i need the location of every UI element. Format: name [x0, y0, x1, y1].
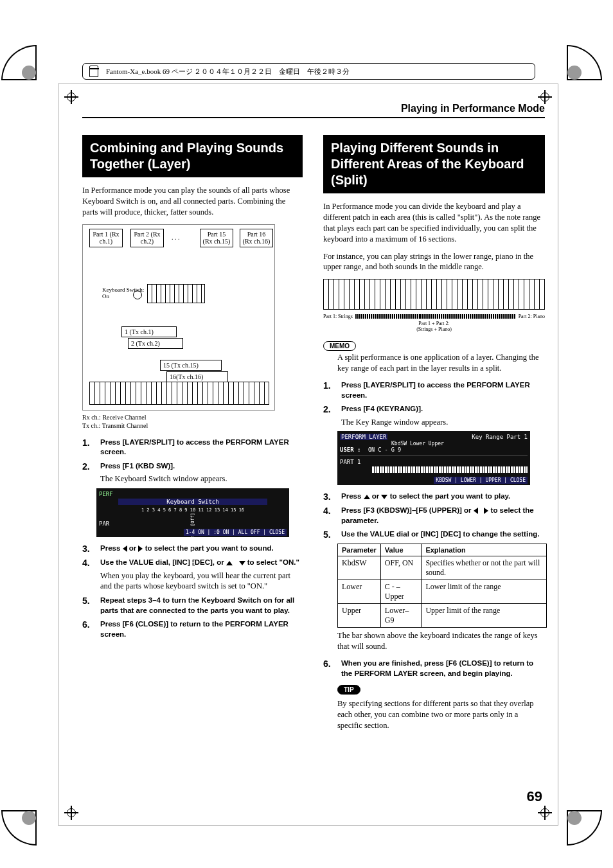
tip-badge: TIP — [337, 685, 360, 695]
step-text: Press [F4 (KEYRANG)]. — [341, 404, 448, 414]
step-text-pre: Press — [341, 492, 364, 500]
step-text: Press [F1 (KBD SW)]. — [100, 461, 227, 472]
part-box: Part 2 (Rx ch.2) — [130, 229, 164, 247]
channel-labels: Rx ch.: Receive Channel Tx ch.: Transmit… — [82, 413, 303, 430]
step-text: Press [LAYER/SPLIT] to access the PERFOR… — [100, 438, 303, 457]
scr-sub: Key Range Part 1 — [472, 434, 528, 440]
step-number: 3. — [82, 544, 94, 554]
part-box: Part 16 (Rx ch.16) — [240, 229, 273, 247]
book-header-text: Fantom-Xa_e.book 69 ページ ２００４年１０月２２日 金曜日 … — [106, 67, 350, 76]
tx-box: 1 (Tx ch.1) — [121, 326, 177, 338]
table-row: KbdSW OFF, ON Specifies whether or not t… — [338, 556, 547, 580]
table-cell: C - –Upper — [380, 580, 422, 604]
step-number: 3. — [323, 492, 335, 502]
step-number: 2. — [323, 404, 335, 414]
table-cell: Lower–G9 — [380, 604, 422, 628]
table-header: Explanation — [422, 544, 547, 556]
diagram-dots: . . . — [172, 234, 180, 241]
section-title-layer: Combining and Playing Sounds Together (L… — [82, 135, 303, 177]
split-part1-label: Part 1: Strings — [323, 314, 353, 319]
step-text-pre: Press [F3 (KBDSW)]–[F5 (UPPER)] or — [341, 506, 474, 514]
screenshot-title: Keyboard Switch — [118, 499, 267, 505]
keyboard-switch-screenshot: PERF Keyboard Switch PAR 1 2 3 4 5 6 7 8… — [96, 488, 289, 537]
screenshot-part: PAR — [99, 520, 109, 527]
arrow-right-icon — [484, 508, 488, 514]
parameter-table: Parameter Value Explanation KbdSW OFF, O… — [337, 544, 547, 628]
table-row: Parameter Value Explanation — [338, 544, 547, 556]
step-number: 1. — [323, 380, 335, 391]
part-box: Part 1 (Rx ch.1) — [89, 229, 123, 247]
table-cell: OFF, ON — [380, 556, 422, 580]
page-header: Playing in Performance Mode — [82, 103, 545, 118]
table-cell: Lower limit of the range — [422, 580, 547, 604]
step-number: 2. — [82, 461, 94, 472]
arrow-down-icon — [381, 495, 387, 499]
tx-box: 2 (Tx ch.2) — [128, 338, 183, 350]
arrow-left-icon — [474, 508, 478, 514]
step: 6. When you are finished, press [F6 (CLO… — [323, 659, 545, 678]
book-header-bar: Fantom-Xa_e.book 69 ページ ２００４年１０月２２日 金曜日 … — [82, 63, 535, 80]
table-header: Parameter — [338, 544, 381, 556]
memo-body: A split performance is one application o… — [337, 352, 545, 374]
tx-channel-label: Tx ch.: Transmit Channel — [82, 421, 303, 430]
page-title: Playing in Performance Mode — [401, 103, 545, 114]
after-table-text: The bar shown above the keyboard indicat… — [337, 630, 545, 652]
split-intro-2: For instance, you can play strings in th… — [323, 251, 545, 273]
scr-user: USER : — [340, 447, 361, 453]
step: 1. Press [LAYER/SPLIT] to access the PER… — [82, 438, 303, 457]
layer-diagram: Part 1 (Rx ch.1) Part 2 (Rx ch.2) . . . … — [82, 224, 275, 411]
step-text: Press [LAYER/SPLIT] to access the PERFOR… — [341, 380, 545, 400]
step: 2. Press [F1 (KBD SW)]. The Keyboard Swi… — [82, 461, 303, 484]
page-number: 69 — [527, 788, 542, 805]
step-body: The Keyboard Switch window appears. — [100, 474, 227, 484]
tx-box: 15 (Tx ch.15) — [160, 360, 222, 371]
full-keyboard-icon — [323, 279, 545, 310]
step-text: Press or to select the part you want to … — [341, 492, 510, 502]
arrow-up-icon — [364, 495, 370, 499]
step-body: The Key Range window appears. — [341, 417, 448, 428]
scr-part: PART 1 — [340, 459, 361, 465]
section-title-split: Playing Different Sounds in Different Ar… — [323, 135, 545, 193]
step-number: 1. — [82, 438, 94, 448]
step-text: When you are finished, press [F6 (CLOSE)… — [341, 659, 545, 678]
scr-title: PERFORM LAYER — [340, 434, 387, 440]
step-text-post: to select the part you want to play. — [390, 492, 511, 500]
tip-body: By specifying sections for different par… — [337, 698, 545, 731]
rx-channel-label: Rx ch.: Receive Channel — [82, 413, 303, 421]
step-number: 4. — [323, 506, 335, 516]
step-text: Press [F3 (KBDSW)]–[F5 (UPPER)] or to se… — [341, 506, 545, 526]
step: 3. Press or to select the part you want … — [323, 492, 545, 502]
scr-row: KbdSW Lower Upper — [391, 441, 444, 447]
step-text: Use the VALUE dial or [INC] [DEC] to cha… — [341, 529, 539, 540]
step: 5. Use the VALUE dial or [INC] [DEC] to … — [323, 529, 545, 540]
step-number: 5. — [323, 529, 335, 540]
scr-buttons: KBDSW | LOWER | UPPER | CLOSE — [434, 477, 528, 484]
split-part2-label: Part 2: Piano — [519, 314, 545, 319]
screenshot-buttons: 1-4 ON | :0 ON | ALL OFF | CLOSE — [184, 529, 287, 536]
step-number: 6. — [323, 659, 335, 669]
book-icon — [89, 66, 98, 77]
table-cell: KbdSW — [338, 556, 381, 580]
step: 2. Press [F4 (KEYRANG)]. The Key Range w… — [323, 404, 545, 427]
table-row: Upper Lower–G9 Upper limit of the range — [338, 604, 547, 628]
memo-badge: MEMO — [323, 341, 356, 351]
print-corner-br — [567, 810, 612, 855]
step: 4. Press [F3 (KBDSW)]–[F5 (UPPER)] or to… — [323, 506, 545, 526]
table-cell: Lower — [338, 580, 381, 604]
split-intro-1: In Performance mode you can divide the k… — [323, 201, 545, 245]
tx-box: 16(Tx ch.16) — [166, 371, 228, 383]
key-range-screenshot: PERFORM LAYER Key Range Part 1 KbdSW Low… — [337, 431, 530, 485]
step-number: 6. — [82, 619, 94, 630]
print-corner-tl — [1, 45, 46, 90]
table-cell: Specifies whether or not the part will s… — [422, 556, 547, 580]
print-corner-tr — [567, 45, 612, 90]
kbdsw-node-icon — [133, 290, 142, 299]
table-header: Value — [380, 544, 422, 556]
print-corner-bl — [1, 810, 46, 855]
scr-mini-keyboard-icon — [372, 466, 528, 473]
part-box: Part 15 (Rx ch.15) — [200, 229, 233, 247]
table-cell: Upper limit of the range — [422, 604, 547, 628]
scr-vals: ON C - G 9 — [368, 447, 401, 453]
table-cell: Upper — [338, 604, 381, 628]
layer-intro: In Performance mode you can play the sou… — [82, 185, 303, 218]
